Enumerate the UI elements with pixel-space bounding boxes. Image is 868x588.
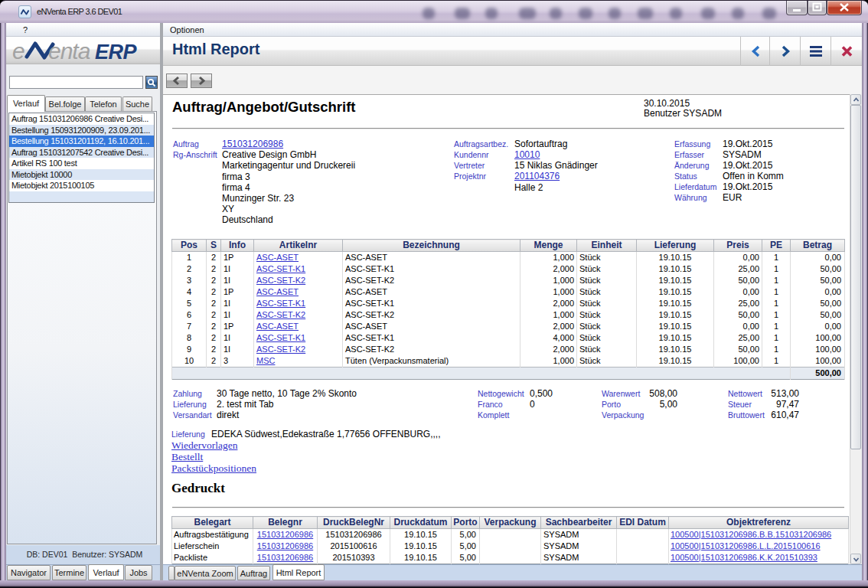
svg-text:e: e: [12, 38, 25, 64]
svg-text:enta: enta: [48, 38, 90, 64]
svg-text:ERP: ERP: [95, 41, 138, 64]
